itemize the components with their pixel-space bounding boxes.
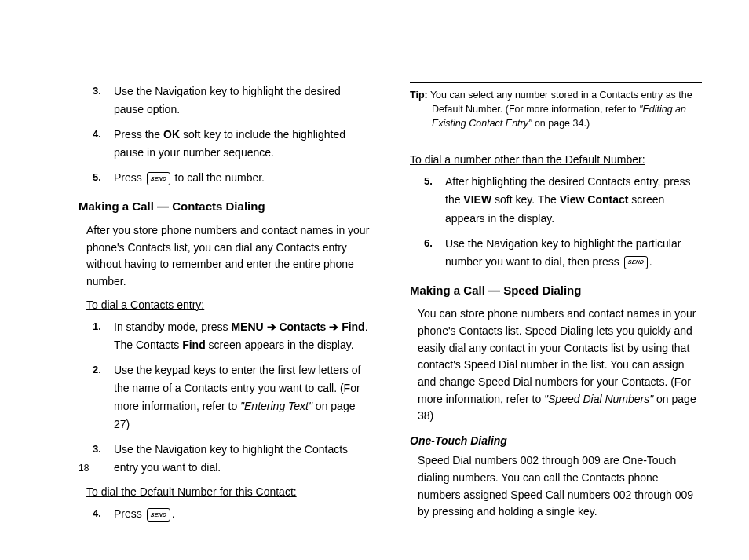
body-paragraph: Speed Dial numbers 002 through 009 are O… [418,452,702,521]
step-text: After highlighting the desired Contacts … [445,175,691,224]
tip-content: Tip: You can select any number stored in… [410,88,702,130]
step-list-mid: In standby mode, press MENU ➔ Contacts ➔… [79,318,371,478]
step-list-bottom: Press . [79,505,371,523]
sub-heading: To dial a Contacts entry: [86,297,371,313]
list-item: In standby mode, press MENU ➔ Contacts ➔… [79,318,371,354]
section-heading-contacts-dialing: Making a Call — Contacts Dialing [79,198,371,216]
list-item: Press to call the number. [79,169,371,187]
italic-sub-heading: One-Touch Dialing [410,433,702,449]
send-icon [624,256,648,269]
list-item: Use the Navigation key to highlight the … [79,82,371,119]
list-item: Use the Navigation key to highlight the … [79,441,371,477]
step-text: Use the Navigation key to highlight the … [114,443,348,474]
list-item: Press the OK soft key to include the hig… [79,126,371,162]
right-column: Tip: You can select any number stored in… [402,82,702,560]
step-text: In standby mode, press MENU ➔ Contacts ➔… [114,320,368,351]
send-icon [147,508,170,522]
sub-heading: To dial the Default Number for this Cont… [86,484,371,500]
step-text: Use the Navigation key to highlight the … [445,237,681,268]
step-text: Use the keypad keys to enter the first f… [114,364,360,430]
sub-heading: To dial a number other than the Default … [410,152,702,168]
tip-box: Tip: You can select any number stored in… [410,82,702,137]
send-icon [147,172,170,185]
body-paragraph: You can store phone numbers and contact … [418,306,702,425]
list-item: After highlighting the desired Contacts … [410,173,702,227]
step-text: Press to call the number. [114,171,265,184]
page-number: 18 [79,461,89,475]
section-heading-speed-dialing: Making a Call — Speed Dialing [410,282,702,300]
list-item: Press . [79,505,371,523]
step-text: Use the Navigation key to highlight the … [114,85,341,115]
page: Use the Navigation key to highlight the … [0,0,749,560]
list-item: Use the keypad keys to enter the first f… [79,361,371,434]
step-text: Press . [114,507,175,520]
list-item: Use the Navigation key to highlight the … [410,235,702,271]
step-text: Press the OK soft key to include the hig… [114,128,345,159]
step-list-top: Use the Navigation key to highlight the … [79,82,371,187]
body-paragraph: After you store phone numbers and contac… [86,222,371,291]
left-column: Use the Navigation key to highlight the … [79,82,378,560]
step-list-right: After highlighting the desired Contacts … [410,173,702,270]
